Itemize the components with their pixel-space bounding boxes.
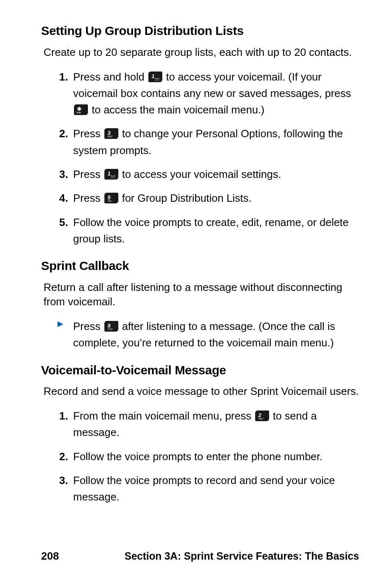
intro-vm-to-vm: Record and send a voice message to other… <box>41 384 359 399</box>
key-1-icon: 1 <box>148 71 162 82</box>
step-2: 2. Follow the voice prompts to enter the… <box>59 448 359 465</box>
page-footer: 208 Section 3A: Sprint Service Features:… <box>0 549 392 563</box>
step-text: Press <box>73 192 104 204</box>
step-4: 4. Press 5JKL for Group Distribution Lis… <box>59 190 359 206</box>
steps-vm-to-vm: 1. From the main voicemail menu, press 2… <box>41 408 359 505</box>
step-text: From the main voicemail menu, press <box>73 410 254 422</box>
steps-group-lists: 1. Press and hold 1 to access your voice… <box>41 69 359 247</box>
arrow-icon <box>58 321 63 327</box>
step-1: 1. Press and hold 1 to access your voice… <box>59 69 359 118</box>
step-text: Follow the voice prompts to create, edit… <box>73 216 349 245</box>
step-text: Press <box>73 127 104 140</box>
key-3-icon: 3DEF <box>104 128 118 139</box>
step-text: Press <box>73 168 104 180</box>
key-star-icon <box>74 104 88 115</box>
envelope-icon <box>111 175 115 178</box>
step-text: for Group Distribution Lists. <box>122 192 251 204</box>
list-item: Press 8TUV after listening to a message.… <box>59 318 359 351</box>
step-number: 1. <box>59 69 68 85</box>
step-5: 5. Follow the voice prompts to create, e… <box>59 214 359 247</box>
section-title: Section 3A: Sprint Service Features: The… <box>125 549 359 563</box>
bullet-sprint-callback: Press 8TUV after listening to a message.… <box>41 318 359 351</box>
intro-sprint-callback: Return a call after listening to a messa… <box>41 280 359 309</box>
step-text: to access your voicemail settings. <box>122 168 281 180</box>
envelope-icon <box>155 78 159 81</box>
step-text: to access the main voicemail menu.) <box>92 104 265 116</box>
page-number: 208 <box>41 549 59 563</box>
step-text: Follow the voice prompts to enter the ph… <box>73 450 323 463</box>
key-8-icon: 8TUV <box>104 321 118 332</box>
step-number: 1. <box>59 408 68 424</box>
step-3: 3. Press 1 to access your voicemail sett… <box>59 166 359 182</box>
step-2: 2. Press 3DEF to change your Personal Op… <box>59 125 359 159</box>
heading-group-lists: Setting Up Group Distribution Lists <box>41 23 359 39</box>
step-number: 2. <box>59 125 68 142</box>
bullet-text: Press <box>73 320 104 332</box>
step-number: 3. <box>59 166 68 182</box>
step-text: Follow the voice prompts to record and s… <box>73 474 335 503</box>
heading-vm-to-vm: Voicemail-to-Voicemail Message <box>41 362 359 379</box>
key-2-icon: 2ABC <box>255 410 269 421</box>
step-number: 5. <box>59 214 68 231</box>
key-1-icon: 1 <box>104 169 118 180</box>
key-5-icon: 5JKL <box>104 193 118 203</box>
step-1: 1. From the main voicemail menu, press 2… <box>59 408 359 441</box>
heading-sprint-callback: Sprint Callback <box>41 258 359 274</box>
step-text-period: . <box>117 426 120 438</box>
step-number: 3. <box>59 472 68 489</box>
step-3: 3. Follow the voice prompts to record an… <box>59 472 359 505</box>
step-text: Press and hold <box>73 71 148 83</box>
intro-group-lists: Create up to 20 separate group lists, ea… <box>41 45 359 60</box>
step-number: 4. <box>59 190 68 206</box>
step-number: 2. <box>59 448 68 465</box>
